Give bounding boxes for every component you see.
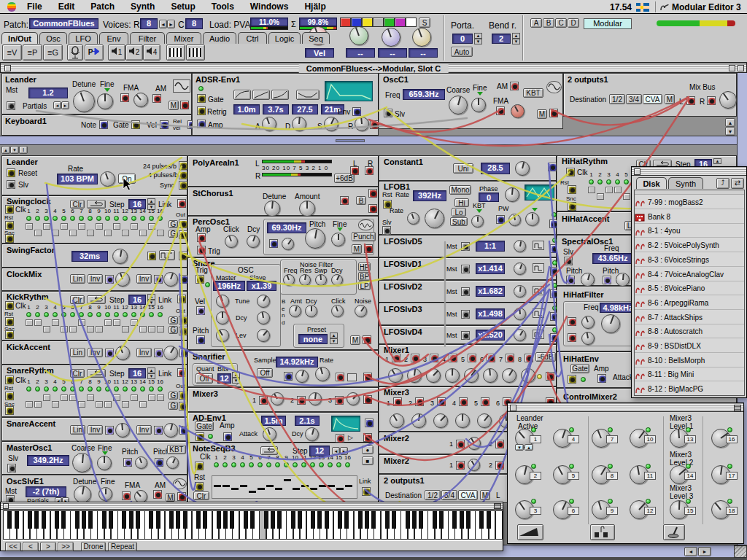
bend-amt-knob[interactable] <box>289 305 301 317</box>
audio-in-port[interactable] <box>336 434 344 443</box>
patch-list-item[interactable]: 8-9 : BSDistDLX <box>635 339 744 353</box>
piano-keyboard[interactable] <box>3 510 502 541</box>
mod2-port[interactable] <box>568 333 576 342</box>
patch-list-item[interactable]: 8-2 : 5VoicePolySynth <box>635 238 744 252</box>
sync-port[interactable] <box>179 181 187 190</box>
in-port[interactable] <box>340 196 349 205</box>
voices-r-value[interactable]: 8 <box>140 18 158 29</box>
cable-color-chip[interactable] <box>406 18 417 27</box>
black-key[interactable] <box>250 510 255 529</box>
pw-mod-knob[interactable] <box>508 214 521 226</box>
step-button[interactable] <box>69 326 77 332</box>
mixer-in-port[interactable] <box>487 354 495 362</box>
step-button[interactable] <box>87 326 94 332</box>
black-key[interactable] <box>406 510 410 529</box>
slot-c[interactable]: C <box>555 18 567 28</box>
step-button[interactable] <box>104 319 112 326</box>
step-button[interactable] <box>87 230 94 236</box>
cable-color-chip[interactable] <box>362 18 373 27</box>
env-out-port[interactable] <box>365 419 374 427</box>
black-key[interactable] <box>291 510 295 529</box>
ratio-value[interactable]: x1.414 <box>476 263 505 274</box>
bend-dcy-knob[interactable] <box>305 305 317 317</box>
in-port[interactable] <box>336 373 344 381</box>
step-button[interactable] <box>87 394 94 401</box>
detune-knob[interactable] <box>74 486 91 503</box>
section-splitter[interactable] <box>0 136 737 145</box>
morph-knob-3[interactable] <box>382 28 400 47</box>
dest-cva-button[interactable]: CVA <box>458 490 478 500</box>
out1-port[interactable] <box>179 316 187 324</box>
step-button[interactable] <box>139 401 147 408</box>
step-button[interactable] <box>588 187 595 193</box>
step-button[interactable] <box>148 394 155 401</box>
mst-port[interactable] <box>7 101 15 110</box>
black-key[interactable] <box>277 510 282 529</box>
app-title[interactable]: Modular Editor 3 <box>672 2 741 12</box>
tab-mixer[interactable]: Mixer <box>166 32 201 44</box>
step-button[interactable] <box>104 401 112 408</box>
module-lfoslvd3[interactable]: LFOSlvD3 Mst x1.498 <box>379 303 557 325</box>
step-button[interactable] <box>52 230 59 236</box>
black-key[interactable] <box>298 510 302 529</box>
mute-button[interactable]: M <box>352 244 362 254</box>
level2-knob[interactable] <box>163 272 178 287</box>
dest-12-button[interactable]: 1/2 <box>425 490 441 500</box>
step-button[interactable] <box>61 394 68 401</box>
in1-port[interactable] <box>105 275 114 284</box>
fma-port[interactable] <box>122 491 131 500</box>
note-bar[interactable] <box>214 485 221 487</box>
mixer-in-port[interactable] <box>449 354 457 362</box>
mst-port[interactable] <box>461 331 470 340</box>
close-box[interactable] <box>634 168 640 175</box>
black-key[interactable] <box>365 510 369 529</box>
kbt-button[interactable]: KBT <box>167 445 186 454</box>
step-button[interactable] <box>43 326 50 332</box>
mixer-in-port[interactable] <box>459 397 468 406</box>
out2-port[interactable] <box>179 402 187 411</box>
out-port[interactable] <box>363 395 372 404</box>
slot-b[interactable]: B <box>543 18 554 28</box>
level-knob[interactable] <box>719 91 737 109</box>
black-key[interactable] <box>136 510 140 529</box>
zoom-box[interactable] <box>729 65 735 71</box>
fine-knob[interactable] <box>97 456 112 470</box>
bend-up[interactable]: ▲ <box>512 33 520 39</box>
mst-port[interactable] <box>461 242 470 251</box>
mixer-in-port[interactable] <box>297 396 306 405</box>
dest-34-button[interactable]: 3/4 <box>626 94 642 104</box>
am-port[interactable] <box>510 82 519 90</box>
knob-panel-window[interactable]: Leander Active Mixer3 Level 1 Mixer3 Lev… <box>507 402 744 544</box>
keyboard-window-button[interactable] <box>166 44 185 61</box>
step-button[interactable] <box>34 230 42 236</box>
lin-button[interactable]: Lin <box>70 274 85 284</box>
pulse4-port[interactable] <box>179 171 187 179</box>
module-lfoslvd2[interactable]: LFOSlvD2 Mst x1.682 <box>379 280 557 303</box>
menu-windows[interactable]: Windows <box>242 0 297 14</box>
dest-cva-button[interactable]: CVA <box>643 94 662 104</box>
slv-port[interactable] <box>382 226 391 235</box>
window-menu-icon[interactable] <box>494 503 501 509</box>
black-key[interactable] <box>82 510 86 529</box>
cable-color-chip[interactable] <box>351 18 362 27</box>
am-port[interactable] <box>153 490 162 499</box>
out-port[interactable] <box>179 252 187 260</box>
trig-port[interactable] <box>197 246 206 254</box>
mixer-level-knob[interactable] <box>483 368 498 383</box>
black-key[interactable] <box>325 510 329 529</box>
retrig-port[interactable] <box>197 106 206 115</box>
mixer-level-knob[interactable] <box>477 413 492 428</box>
module-mixer1[interactable]: Mixer1 12345678 -6dB <box>379 344 557 386</box>
release-shape-button[interactable] <box>296 90 320 100</box>
freq-value[interactable]: 349.2Hz <box>27 455 69 466</box>
black-key[interactable] <box>42 510 46 529</box>
mixer-in-port[interactable] <box>430 354 438 362</box>
module-mixer3-a[interactable]: Mixer3 123 <box>187 387 379 412</box>
mixer-level-knob[interactable] <box>309 392 322 405</box>
mixer-in-port[interactable] <box>525 354 533 362</box>
master-tune-knob[interactable] <box>216 295 229 308</box>
step-button[interactable] <box>26 401 33 408</box>
top-scroll-down[interactable]: ▼ <box>725 127 735 136</box>
fine-knob[interactable] <box>331 233 345 246</box>
patch-list-item[interactable]: 8-6 : ArpeggiRama <box>635 296 744 310</box>
